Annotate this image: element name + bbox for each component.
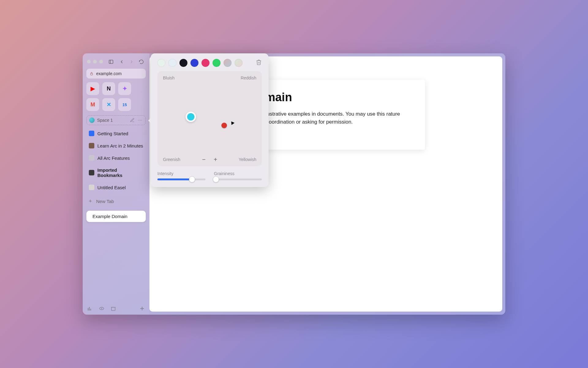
sidebar-item-untitled-easel[interactable]: Untitled Easel <box>86 182 146 193</box>
space-selector[interactable]: Space 1 <box>86 115 146 125</box>
pad-label-greenish: Greenish <box>163 157 180 162</box>
theme-swatch-7[interactable] <box>235 59 243 67</box>
untitled-easel-icon <box>89 185 94 190</box>
traffic-zoom[interactable] <box>99 60 103 63</box>
svg-point-3 <box>138 120 139 121</box>
swatch-row <box>157 59 262 67</box>
svg-point-4 <box>140 120 141 121</box>
intensity-slider[interactable] <box>157 178 205 180</box>
getting-started-icon <box>89 131 94 136</box>
sidebar-item-getting-started[interactable]: Getting Started <box>86 128 146 139</box>
space-name: Space 1 <box>97 118 113 123</box>
svg-rect-11 <box>111 307 115 311</box>
pinned-tab-gmail[interactable]: M <box>86 98 99 111</box>
intensity-label: Intensity <box>157 171 205 176</box>
back-icon[interactable] <box>118 58 126 66</box>
pinned-tab-twitter[interactable]: ✕ <box>102 98 115 111</box>
forward-icon[interactable] <box>127 58 135 66</box>
sidebar-toggle-icon[interactable] <box>108 58 114 66</box>
pinned-tab-notion[interactable]: N <box>102 82 115 95</box>
library-icon[interactable] <box>87 305 93 312</box>
new-tab-button[interactable]: + New Tab <box>85 195 147 208</box>
theme-swatch-1[interactable] <box>168 59 176 67</box>
pinned-tabs: ▶N✦M✕15 <box>85 82 147 114</box>
svg-rect-7 <box>89 307 90 311</box>
svg-rect-0 <box>109 60 113 63</box>
svg-rect-2 <box>91 73 93 75</box>
color-picker-pad[interactable]: Bluish Reddish Greenish Yellowish − + <box>157 71 262 166</box>
imported-bookmarks-icon <box>89 170 94 175</box>
cursor-icon <box>230 120 235 125</box>
active-tab[interactable]: Example Domain <box>86 211 146 222</box>
sidebar: example.com ▶N✦M✕15 Space 1 Getting Star… <box>83 53 149 315</box>
graininess-label: Graininess <box>214 171 262 176</box>
youtube-icon: ▶ <box>91 85 95 92</box>
svg-rect-6 <box>88 308 89 310</box>
sidebar-item-imported-bookmarks[interactable]: Imported Bookmarks <box>86 164 146 181</box>
pinned-tab-figma[interactable]: ✦ <box>118 82 131 95</box>
twitter-icon: ✕ <box>107 101 111 108</box>
theme-swatch-2[interactable] <box>179 59 187 67</box>
pinned-tab-youtube[interactable]: ▶ <box>86 82 99 95</box>
sidebar-item-label: Imported Bookmarks <box>97 167 143 178</box>
sidebar-footer <box>83 302 149 315</box>
space-indicator-icon[interactable] <box>99 305 105 312</box>
theme-swatch-0[interactable] <box>157 59 165 67</box>
space-more-icon[interactable] <box>138 117 143 123</box>
traffic-close[interactable] <box>87 60 91 63</box>
gmail-icon: M <box>91 102 95 108</box>
theme-swatch-4[interactable] <box>202 59 209 67</box>
intensity-thumb[interactable] <box>189 176 195 182</box>
graininess-slider-group: Graininess <box>214 171 262 180</box>
reload-icon[interactable] <box>137 58 145 66</box>
pad-minus-button[interactable]: − <box>200 156 208 163</box>
pad-zoom-controls: − + <box>200 156 219 163</box>
theme-swatch-5[interactable] <box>213 59 221 67</box>
all-features-icon <box>89 155 94 161</box>
svg-point-5 <box>141 120 142 121</box>
sidebar-item-label: Learn Arc in 2 Minutes <box>97 143 143 148</box>
notion-icon: N <box>107 86 111 92</box>
sidebar-item-all-features[interactable]: All Arc Features <box>86 152 146 164</box>
url-bar[interactable]: example.com <box>86 69 146 79</box>
window-top-controls <box>85 56 147 69</box>
pad-plus-button[interactable]: + <box>212 156 219 163</box>
svg-point-10 <box>101 308 102 309</box>
new-tab-label: New Tab <box>96 199 114 204</box>
pad-label-reddish: Reddish <box>241 75 256 80</box>
theme-swatch-6[interactable] <box>224 59 232 67</box>
browser-window: example.com ▶N✦M✕15 Space 1 Getting Star… <box>83 53 505 315</box>
delete-theme-icon[interactable] <box>256 59 262 67</box>
active-tab-label: Example Domain <box>92 214 127 219</box>
favorites-list: Getting StartedLearn Arc in 2 MinutesAll… <box>85 128 147 193</box>
sidebar-item-label: All Arc Features <box>97 155 130 161</box>
archive-icon[interactable] <box>110 305 116 312</box>
svg-rect-8 <box>90 309 91 311</box>
url-text: example.com <box>96 71 122 76</box>
plus-icon: + <box>88 198 93 205</box>
lock-icon <box>89 71 94 76</box>
traffic-minimize[interactable] <box>93 60 97 63</box>
add-space-icon[interactable] <box>139 305 145 312</box>
graininess-slider[interactable] <box>214 178 262 180</box>
graininess-thumb[interactable] <box>213 176 219 182</box>
traffic-lights[interactable] <box>87 60 103 63</box>
figma-icon: ✦ <box>123 85 127 92</box>
pad-label-bluish: Bluish <box>163 75 175 80</box>
space-icon <box>89 117 95 123</box>
intensity-slider-group: Intensity <box>157 171 205 180</box>
color-handle-primary[interactable] <box>186 112 196 122</box>
pinned-tab-calendar[interactable]: 15 <box>118 98 131 111</box>
learn-arc-icon <box>89 143 94 148</box>
theme-swatch-3[interactable] <box>190 59 198 67</box>
sidebar-item-label: Untitled Easel <box>97 185 126 190</box>
calendar-icon: 15 <box>123 102 127 107</box>
edit-space-icon[interactable] <box>130 117 135 123</box>
sidebar-item-label: Getting Started <box>97 131 128 136</box>
color-handle-secondary[interactable] <box>221 123 227 128</box>
pad-label-yellowish: Yellowish <box>239 157 256 162</box>
slider-row: Intensity Graininess <box>157 171 262 180</box>
sidebar-item-learn-arc[interactable]: Learn Arc in 2 Minutes <box>86 140 146 151</box>
theme-popover: Bluish Reddish Greenish Yellowish − + In… <box>151 53 269 187</box>
